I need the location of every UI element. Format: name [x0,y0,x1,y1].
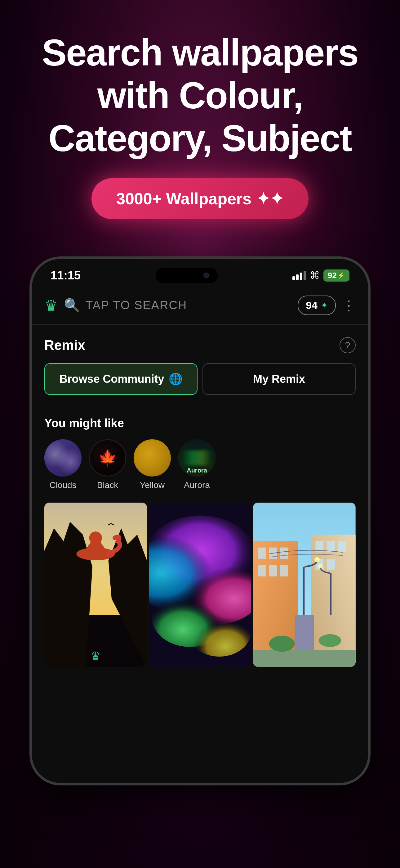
cta-label: 3000+ Wallpapers [116,189,252,208]
svg-rect-15 [258,548,266,559]
suggestion-circle-black: 🍁 [89,439,126,476]
cta-button[interactable]: 3000+ Wallpapers ✦✦ [92,178,308,219]
svg-rect-19 [269,565,277,576]
svg-rect-17 [280,548,288,559]
black-leaf-icon: 🍁 [98,449,117,467]
svg-rect-20 [280,565,288,576]
wallpaper-item-fox[interactable]: ♛ [44,503,147,667]
remix-title: Remix [44,337,85,353]
search-icon: 🔍 [64,298,80,313]
signal-icon [292,271,306,280]
svg-point-34 [319,634,341,647]
suggestion-circle-aurora: Aurora [178,439,215,476]
status-icons: ⌘ 92 ⚡ [292,270,349,282]
suggestion-black[interactable]: 🍁 Black [89,439,126,490]
app-content: ♛ 🔍 TAP TO SEARCH 94 ✦ ⋮ Remix ? [32,286,368,783]
suggestion-circle-clouds [44,439,81,476]
globe-icon: 🌐 [169,373,182,385]
battery-indicator: 92 ⚡ [324,270,349,282]
wallpaper-crown-icon: ♛ [91,649,100,662]
svg-rect-28 [303,567,304,615]
hero-title: Search wallpapers with Colour, Category,… [25,31,375,160]
suggestion-yellow[interactable]: Yellow [134,439,171,490]
svg-point-31 [318,564,323,568]
wallpaper-grid: ♛ [32,503,368,667]
suggestion-label-black: Black [97,480,118,490]
suggestion-clouds[interactable]: Clouds [44,439,81,490]
tab-my-label: My Remix [253,373,305,385]
suggestion-label-clouds: Clouds [49,480,76,490]
points-star-icon: ✦ [321,300,328,310]
remix-header: Remix ? [44,337,356,353]
suggestion-label-yellow: Yellow [140,480,165,490]
tab-browse-label: Browse Community [59,373,164,385]
battery-lightning-icon: ⚡ [337,272,345,279]
svg-rect-30 [330,573,331,615]
wallpaper-image-street [253,503,356,667]
remix-tabs: Browse Community 🌐 My Remix [44,363,356,395]
notch-area [80,268,292,283]
search-area[interactable]: 🔍 TAP TO SEARCH [64,298,292,313]
points-badge[interactable]: 94 ✦ [298,296,336,315]
suggestions-row: Clouds 🍁 Black Yellow [32,439,368,490]
suggestion-circle-yellow [134,439,171,476]
help-icon[interactable]: ? [339,337,356,353]
svg-marker-2 [44,522,92,667]
sparkle-icon: ✦✦ [257,189,284,208]
status-time: 11:15 [51,269,80,282]
wallpaper-item-liquid[interactable] [149,503,252,667]
svg-rect-32 [253,650,356,667]
svg-rect-26 [327,559,335,570]
section-label: You might like [32,416,368,430]
remix-section: Remix ? Browse Community 🌐 My Remix [32,325,368,416]
camera-dot [203,273,209,278]
wallpaper-image-liquid [149,503,252,667]
aurora-text: Aurora [187,467,207,474]
phone-mockup: 11:15 ⌘ 92 ⚡ [0,256,400,785]
hero-section: Search wallpapers with Colour, Category,… [0,0,400,238]
svg-point-12 [187,606,252,657]
search-placeholder-text: TAP TO SEARCH [86,299,187,312]
menu-dots-icon[interactable]: ⋮ [342,298,356,313]
dynamic-island [156,268,218,283]
suggestion-label-aurora: Aurora [184,480,210,490]
points-value: 94 [306,299,318,311]
svg-rect-18 [258,565,266,576]
svg-point-33 [269,636,295,652]
tab-my-remix[interactable]: My Remix [202,363,356,395]
wallpaper-item-street[interactable] [253,503,356,667]
svg-point-29 [315,557,320,562]
wallpaper-image-fox [44,503,147,667]
crown-icon: ♛ [44,297,58,314]
svg-rect-24 [338,541,346,552]
svg-point-6 [89,531,102,544]
wifi-icon: ⌘ [310,270,320,281]
suggestion-aurora[interactable]: Aurora Aurora [178,439,215,490]
search-bar[interactable]: ♛ 🔍 TAP TO SEARCH 94 ✦ ⋮ [32,286,368,324]
phone-frame: 11:15 ⌘ 92 ⚡ [29,256,371,785]
tab-browse-community[interactable]: Browse Community 🌐 [44,363,198,395]
status-bar: 11:15 ⌘ 92 ⚡ [32,259,368,286]
battery-level: 92 [328,271,337,280]
